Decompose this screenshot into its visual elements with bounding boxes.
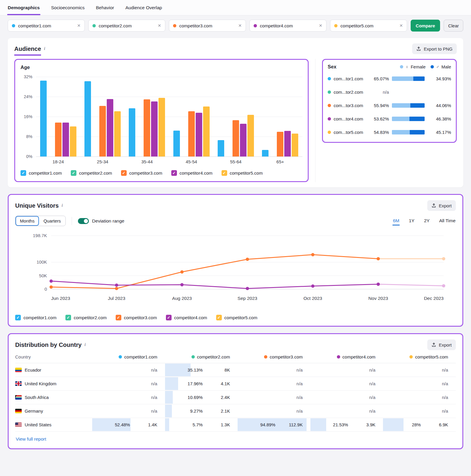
male-symbol-icon: ♂ xyxy=(436,64,439,69)
male-legend-dot xyxy=(431,65,434,68)
competitor-chip[interactable]: competitor2.com✕ xyxy=(88,20,165,32)
age-bar xyxy=(151,101,158,156)
country-row: United States52.48%1.4K5.7%1.3K94.89%112… xyxy=(15,418,456,432)
tab-demographics[interactable]: Demographics xyxy=(8,0,40,15)
info-icon[interactable]: i xyxy=(62,203,63,208)
compare-button[interactable]: Compare xyxy=(411,20,440,32)
range-6m[interactable]: 6M xyxy=(392,216,400,226)
visitors-absolute: 2.1K xyxy=(203,408,230,414)
competitor-color-dot xyxy=(334,24,337,27)
competitor-name: competitor3.com xyxy=(179,23,212,28)
country-row: South African/a10.69%2.4Kn/an/an/a xyxy=(15,391,456,404)
range-all-time[interactable]: All Time xyxy=(439,216,456,226)
sex-row: com...tor1.com65.07%34.93% xyxy=(328,72,451,85)
share-percent: 17.96% xyxy=(165,381,203,386)
share-percent: 10.69% xyxy=(165,395,203,400)
clear-button[interactable]: Clear xyxy=(444,20,463,32)
legend-item[interactable]: ✓competitor1.com xyxy=(15,315,56,320)
legend-item[interactable]: ✓competitor2.com xyxy=(65,315,107,320)
sex-panel: Sex ♀ Female ♂ Male com...tor1.com65.07%… xyxy=(322,59,457,143)
competitor-chip[interactable]: competitor4.com✕ xyxy=(249,20,326,32)
age-x-labels: 18-2425-3435-4445-5455-6465+ xyxy=(36,159,302,164)
legend-item[interactable]: ✓competitor1.com xyxy=(21,170,62,176)
export-icon xyxy=(431,342,436,347)
age-bar xyxy=(70,126,76,156)
checkbox-checked-icon[interactable]: ✓ xyxy=(216,315,222,320)
female-percent: 53.62% xyxy=(368,116,389,121)
country-row: United Kingdomn/a17.96%4.1Kn/an/an/a xyxy=(15,377,456,391)
legend-item[interactable]: ✓competitor4.com xyxy=(171,170,213,176)
visitors-absolute: 1.4K xyxy=(130,422,157,427)
checkbox-checked-icon[interactable]: ✓ xyxy=(222,170,227,176)
na-value: n/a xyxy=(383,408,448,414)
range-1y[interactable]: 1Y xyxy=(409,216,415,226)
age-bar-group xyxy=(169,77,213,156)
competitor-chip[interactable]: competitor3.com✕ xyxy=(169,20,246,32)
competitor-color-dot xyxy=(264,355,267,358)
age-bar xyxy=(203,107,210,156)
checkbox-checked-icon[interactable]: ✓ xyxy=(15,315,21,320)
age-bar-group xyxy=(213,77,258,156)
remove-competitor-icon[interactable]: ✕ xyxy=(158,23,161,28)
sex-row: com...tor4.com53.62%46.38% xyxy=(328,112,451,126)
legend-item[interactable]: ✓competitor2.com xyxy=(71,170,112,176)
info-icon[interactable]: i xyxy=(44,46,45,51)
competitor-color-dot xyxy=(191,355,195,358)
legend-item[interactable]: ✓competitor5.com xyxy=(222,170,263,176)
tab-audience-overlap[interactable]: Audience Overlap xyxy=(125,0,162,15)
tab-socioeconomics[interactable]: Socioeconomics xyxy=(51,0,85,15)
country-name: Germany xyxy=(25,408,43,414)
visitors-export-button[interactable]: Export xyxy=(427,200,456,211)
checkbox-checked-icon[interactable]: ✓ xyxy=(121,170,127,176)
remove-competitor-icon[interactable]: ✕ xyxy=(399,23,403,28)
competitor-color-dot xyxy=(328,104,331,107)
checkbox-checked-icon[interactable]: ✓ xyxy=(71,170,76,176)
age-bar xyxy=(233,120,239,156)
competitor-chip[interactable]: competitor5.com✕ xyxy=(330,20,407,32)
country-export-button[interactable]: Export xyxy=(427,339,456,350)
female-symbol-icon: ♀ xyxy=(405,64,409,69)
checkbox-checked-icon[interactable]: ✓ xyxy=(21,170,26,176)
competitor-chips: competitor1.com✕competitor2.com✕competit… xyxy=(8,20,407,32)
legend-item[interactable]: ✓competitor5.com xyxy=(216,315,258,320)
range-2y[interactable]: 2Y xyxy=(424,216,430,226)
svg-text:Dec 2023: Dec 2023 xyxy=(424,296,444,301)
view-full-report-link[interactable]: View full report xyxy=(16,436,46,442)
competitor-color-dot xyxy=(12,24,15,27)
checkbox-checked-icon[interactable]: ✓ xyxy=(65,315,71,320)
legend-item[interactable]: ✓competitor4.com xyxy=(166,315,207,320)
export-to-png-button[interactable]: Export to PNG xyxy=(412,43,457,54)
country-value-cell: n/a xyxy=(92,363,165,377)
tab-behavior[interactable]: Behavior xyxy=(96,0,114,15)
checkbox-checked-icon[interactable]: ✓ xyxy=(166,315,172,320)
unique-visitors-title: Unique Visitors xyxy=(15,202,59,209)
country-value-cell: n/a xyxy=(238,363,310,377)
export-icon xyxy=(416,46,421,51)
na-value: n/a xyxy=(238,367,303,372)
male-percent: 46.38% xyxy=(427,116,451,121)
info-icon[interactable]: i xyxy=(84,342,86,347)
legend-item[interactable]: ✓competitor3.com xyxy=(116,315,157,320)
na-value: n/a xyxy=(383,367,448,372)
deviation-range-toggle[interactable] xyxy=(78,218,89,224)
remove-competitor-icon[interactable]: ✕ xyxy=(238,23,242,28)
granularity-months[interactable]: Months xyxy=(15,216,39,226)
age-bar xyxy=(284,131,291,156)
country-distribution-section: Distribution by Country i Export Country… xyxy=(8,333,463,449)
checkbox-checked-icon[interactable]: ✓ xyxy=(116,315,121,320)
country-value-cell: n/a xyxy=(383,404,456,418)
competitor-chip[interactable]: competitor1.com✕ xyxy=(8,20,85,32)
na-value: n/a xyxy=(310,367,376,372)
country-value-cell: 9.27%2.1K xyxy=(165,404,238,418)
age-bar xyxy=(144,99,150,156)
remove-competitor-icon[interactable]: ✕ xyxy=(77,23,81,28)
granularity-quarters[interactable]: Quarters xyxy=(39,216,65,226)
legend-item[interactable]: ✓competitor3.com xyxy=(121,170,162,176)
remove-competitor-icon[interactable]: ✕ xyxy=(319,23,322,28)
na-value: n/a xyxy=(310,381,376,386)
sex-legend: ♀ Female ♂ Male xyxy=(400,64,451,69)
checkbox-checked-icon[interactable]: ✓ xyxy=(171,170,177,176)
age-bar xyxy=(62,123,69,156)
age-bar xyxy=(196,113,202,156)
sex-ratio-bar xyxy=(392,103,425,108)
